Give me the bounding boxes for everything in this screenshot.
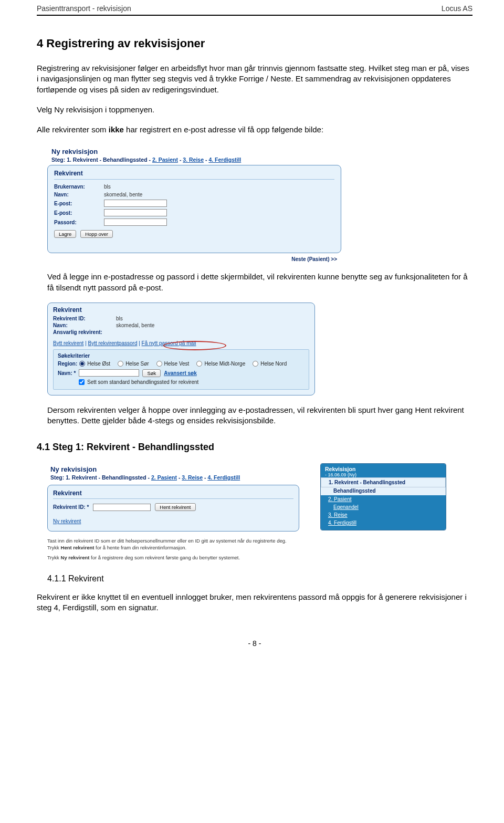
shot1-epost2-label: E-post:	[54, 210, 104, 216]
shot3-help2-b: Ny rekvirent	[61, 555, 90, 560]
shot2-navn-val: skomedal, bente	[116, 322, 154, 328]
screenshot-rekvirent-search: Rekvirent Rekvirent ID:bls Navn:skomedal…	[47, 303, 315, 395]
sidebar-step-3[interactable]: 3. Reise	[321, 511, 446, 519]
shot1-next-link[interactable]: Neste (Pasient) >>	[47, 253, 341, 263]
sidebar-step-2[interactable]: 2. Pasient	[321, 495, 446, 503]
shot2-ansvarlig-label: Ansvarlig rekvirent:	[53, 329, 116, 335]
shot3-step-3[interactable]: 3. Reise	[182, 474, 203, 481]
shot3-step-4[interactable]: 4. Ferdigstill	[207, 474, 240, 481]
shot1-epost-label: E-post:	[54, 201, 104, 206]
shot2-navn-search-input[interactable]	[79, 369, 139, 377]
para-6: Rekvirent er ikke knyttet til en eventue…	[37, 592, 472, 613]
para-3-post: har registrert en e-post adresse vil få …	[124, 125, 323, 134]
para-3-bold: ikke	[109, 125, 124, 134]
checkbox-standard-label: Sett som standard behandlingssted for re…	[87, 379, 198, 385]
shot3-rekvid-label: Rekvirent ID: *	[53, 504, 89, 510]
doc-header-right: Locus AS	[442, 4, 472, 13]
shot2-rekvid-val: bls	[116, 316, 123, 321]
shot2-rekvid-label: Rekvirent ID:	[53, 316, 116, 321]
sok-button[interactable]: Søk	[142, 369, 161, 377]
shot3-title: Ny rekvisisjon	[50, 465, 296, 473]
page-number: - 8 -	[37, 639, 472, 648]
link-bytt-passord[interactable]: Bytt rekvirentpassord	[88, 340, 138, 346]
link-avansert-sok[interactable]: Avansert søk	[164, 370, 196, 376]
radio-helse-sor[interactable]	[118, 361, 123, 367]
sidebar-date: - 16.06.09 (Ny)	[325, 472, 442, 477]
shot3-help1-b: Hent rekvirent	[61, 545, 94, 550]
shot2-region-label: Region:	[58, 361, 77, 367]
hopp-over-button[interactable]: Hopp over	[80, 230, 113, 238]
screenshot-steg1: Ny rekvisisjon Steg: 1. Rekvirent - Beha…	[47, 463, 472, 561]
sidebar-step-4[interactable]: 4. Ferdigstill	[321, 519, 446, 527]
rekvisisjon-sidebar: Rekvisisjon - 16.06.09 (Ny) 1. Rekvirent…	[320, 463, 446, 530]
shot1-step-4[interactable]: 4. Ferdigstill	[208, 157, 241, 163]
shot1-panel-title: Rekvirent	[54, 170, 334, 180]
lagre-button[interactable]: Lagre	[54, 230, 76, 238]
subsubsection-heading: 4.1.1 Rekvirent	[47, 574, 472, 584]
shot1-step-2[interactable]: 2. Pasient	[152, 157, 178, 163]
para-3-pre: Alle rekvirenter som	[37, 125, 109, 134]
radio-helse-nord[interactable]	[253, 361, 258, 367]
shot3-help2-post: for å registrere deg som rekvirent først…	[89, 555, 240, 560]
shot1-epost-input[interactable]	[104, 200, 167, 207]
subsection-heading: 4.1 Steg 1: Rekvirent - Behandlingssted	[37, 442, 472, 453]
shot3-help-1: Tast inn din rekvirent ID som er ditt he…	[47, 538, 299, 551]
screenshot-ny-rekvisisjon: Ny rekvisisjon Steg: 1. Rekvirent - Beha…	[47, 144, 341, 263]
radio-helse-vest-label: Helse Vest	[164, 361, 190, 367]
sidebar-step-1-sub: Behandlingssted	[321, 487, 446, 495]
sidebar-step-1-active[interactable]: 1. Rekvirent - Behandlingssted	[321, 477, 446, 487]
shot1-navn-label: Navn:	[54, 192, 104, 197]
shot1-brukernavn-label: Brukernavn:	[54, 184, 104, 190]
radio-helse-nord-label: Helse Nord	[260, 361, 287, 367]
shot1-steps: Steg: 1. Rekvirent - Behandlingssted - 2…	[51, 157, 337, 163]
shot1-title: Ny rekvisisjon	[51, 148, 337, 155]
radio-helse-midt-label: Helse Midt-Norge	[204, 361, 245, 367]
shot1-brukernavn-value: bls	[104, 184, 111, 190]
link-nytt-passord-mail[interactable]: Få nytt passord på mail	[142, 340, 196, 346]
header-rule	[37, 15, 472, 16]
shot3-help2-pre: Trykk	[47, 555, 61, 560]
hent-rekvirent-button[interactable]: Hent rekvirent	[155, 503, 195, 511]
shot3-step-lead: Steg: 1. Rekvirent - Behandlingssted -	[50, 474, 151, 481]
sidebar-step-2-sub: Egenandel	[321, 503, 446, 511]
radio-helse-ost[interactable]	[79, 361, 85, 367]
link-ny-rekvirent[interactable]: Ny rekvirent	[53, 518, 81, 524]
radio-helse-ost-label: Helse Øst	[87, 361, 110, 367]
shot1-epost2-input[interactable]	[104, 209, 167, 216]
shot1-navn-value: skomedal, bente	[104, 192, 142, 197]
para-2: Velg Ny rekvisisjon i toppmenyen.	[37, 105, 472, 115]
shot3-help1-post: for å hente fram din rekvirentinformasjo…	[94, 545, 186, 550]
shot2-navn-search-label: Navn: *	[58, 370, 76, 376]
sidebar-title: Rekvisisjon	[325, 466, 355, 472]
para-5: Dersom rekvirenten velger å hoppe over i…	[47, 405, 472, 426]
shot3-help-2: Trykk Ny rekvirent for å registrere deg …	[47, 555, 299, 561]
shot2-sub-title: Søkekriterier	[58, 353, 304, 359]
shot1-passord-label: Passord:	[54, 220, 104, 225]
shot3-panel-title: Rekvirent	[53, 489, 293, 499]
shot2-navn-label: Navn:	[53, 322, 116, 328]
shot2-search-criteria: Søkekriterier Region: Helse Øst Helse Sø…	[53, 349, 309, 390]
link-bytt-rekvirent[interactable]: Bytt rekvirent	[53, 340, 83, 346]
radio-helse-midt[interactable]	[196, 361, 202, 367]
shot2-panel-title: Rekvirent	[53, 306, 309, 314]
para-4: Ved å legge inn e-postadresse og passord…	[47, 272, 472, 293]
shot1-panel: Rekvirent Brukernavn: bls Navn: skomedal…	[47, 165, 341, 253]
shot1-passord-input[interactable]	[104, 218, 167, 226]
shot2-links: Bytt rekvirent | Bytt rekvirentpassord |…	[53, 338, 309, 346]
para-3: Alle rekvirenter som ikke har registrert…	[37, 124, 472, 135]
radio-helse-sor-label: Helse Sør	[125, 361, 149, 367]
shot1-step-3[interactable]: 3. Reise	[183, 157, 204, 163]
radio-helse-vest[interactable]	[156, 361, 162, 367]
shot3-step-2[interactable]: 2. Pasient	[151, 474, 177, 481]
shot3-steps: Steg: 1. Rekvirent - Behandlingssted - 2…	[50, 474, 296, 481]
section-heading: 4 Registrering av rekvisisjoner	[37, 37, 472, 50]
doc-header-left: Pasienttransport - rekvisisjon	[37, 4, 131, 13]
para-1: Registrering av rekvisisjoner følger en …	[37, 63, 472, 95]
shot3-rekvid-input[interactable]	[93, 504, 151, 511]
checkbox-standard-behandlingssted[interactable]	[79, 379, 85, 385]
shot1-step-lead: Steg: 1. Rekvirent - Behandlingssted -	[51, 157, 152, 163]
